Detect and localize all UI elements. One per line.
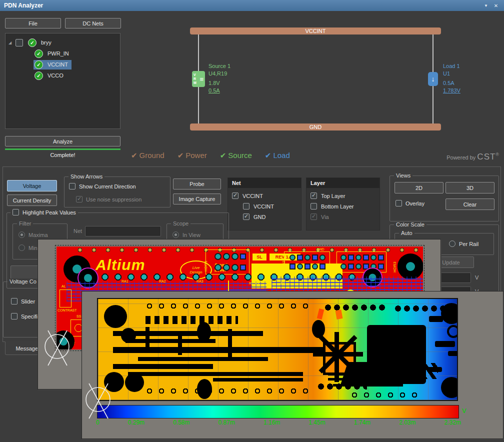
load-arrow-icon[interactable]: ↓ (428, 72, 438, 86)
scale-unit-label: V (462, 407, 466, 414)
tree-item-pwr_in[interactable]: ✓PWR_IN (6, 48, 120, 59)
ra1-label: RA1 (122, 280, 128, 284)
slider-row[interactable]: Slider (11, 298, 35, 304)
close-icon[interactable]: ✕ (491, 3, 501, 8)
tree-item-vccint[interactable]: ✓VCCINT (6, 59, 120, 70)
trace (333, 384, 403, 386)
overlay-checkbox[interactable] (396, 200, 402, 206)
net-checkbox[interactable] (232, 192, 238, 199)
noise-suppression-row[interactable]: Use noise suppression (76, 196, 142, 202)
scale-tick: 1.45m (308, 419, 325, 426)
source-name[interactable]: Source 1 (208, 62, 230, 70)
specific-row[interactable]: Specifi (11, 313, 38, 320)
net-item-vccint[interactable]: VCCINT (228, 201, 301, 212)
check-circle-icon: ✓ (34, 60, 43, 69)
highlight-peak-row[interactable]: Highlight Peak Values (10, 209, 78, 216)
layer-item-top-layer[interactable]: Top Layer (306, 190, 380, 201)
title-bar[interactable]: PDN Analyzer ▼ ✕ (0, 0, 504, 11)
current-density-mode-button[interactable]: Current Density (7, 194, 57, 206)
tree-item-vcco[interactable]: ✓VCCO (6, 70, 120, 81)
load-voltage[interactable]: 1.783V (443, 87, 460, 94)
layer-list-panel: Layer Top LayerBottom LayerVia (306, 178, 380, 230)
noise-suppression-checkbox[interactable] (76, 196, 82, 202)
ra2-label: RA2 (159, 280, 166, 284)
clear-button[interactable]: Clear (446, 198, 494, 210)
highlight-peak-checkbox[interactable] (12, 209, 19, 216)
slider-checkbox[interactable] (11, 298, 18, 304)
root-checkbox[interactable] (16, 39, 23, 46)
expand-arrow-icon[interactable]: ◢ (8, 40, 14, 45)
per-rail-radio[interactable] (449, 240, 456, 247)
tree-row-root[interactable]: ◢ ✓ bryy (6, 37, 120, 48)
show-current-direction-checkbox[interactable] (69, 183, 76, 190)
highlight-net-field[interactable] (85, 226, 161, 236)
net-item-gnd[interactable]: GND (228, 212, 301, 222)
image-capture-button[interactable]: Image Capture (173, 194, 221, 204)
al-label: AL (62, 284, 66, 288)
source-designators[interactable]: U4,R19 (208, 70, 230, 78)
component (427, 367, 442, 372)
vrm-source-icon[interactable]: V R M ≡ (192, 71, 205, 87)
voltage-heatmap-image[interactable] (97, 298, 458, 401)
file-button[interactable]: File (5, 18, 61, 28)
maxima-row[interactable]: Maxima (18, 232, 48, 238)
gnd-label: GND (316, 248, 324, 252)
filter-title: Filter (17, 220, 33, 226)
pdn-analyzer-window: PDN Analyzer ▼ ✕ File DC Nets ◢ ✓ bryy ✓… (0, 0, 504, 442)
tree-root-label[interactable]: bryy (38, 38, 54, 46)
net-tree[interactable]: ◢ ✓ bryy ✓PWR_IN✓VCCINT✓VCCO (5, 33, 120, 129)
window-menu-icon[interactable]: ▼ (481, 4, 491, 8)
component (448, 351, 458, 356)
layer-checkbox[interactable] (310, 192, 317, 199)
load-name[interactable]: Load 1 (443, 62, 460, 70)
legend-label: Load (273, 151, 290, 160)
view-2d-button[interactable]: 2D (394, 182, 444, 194)
in-view-radio[interactable] (172, 232, 179, 238)
legend-source: ✔Source (220, 151, 252, 160)
voltage-mode-button[interactable]: Voltage (7, 180, 57, 192)
per-rail-row[interactable]: Per Rail (449, 240, 478, 247)
highlight-peak-label: Highlight Peak Values (22, 210, 76, 216)
layer-item-bottom-layer[interactable]: Bottom Layer (306, 201, 380, 212)
powered-by-text: Powered by (446, 154, 476, 160)
voltage-heatmap-window[interactable]: V 00.29m0.58m0.87m1.16m1.45m1.74m2.03m2.… (82, 291, 504, 439)
maxima-radio[interactable] (18, 232, 25, 238)
top-rail[interactable]: VCCINT (190, 28, 441, 34)
scale-tick: 2.03m (399, 419, 416, 426)
color-scale-title: Color Scale (394, 222, 426, 228)
noise-suppression-label: Use noise suppression (86, 196, 142, 202)
layer-checkbox[interactable] (310, 214, 317, 220)
altium-logo: Altium (96, 256, 145, 274)
legend-power: ✔Power (178, 151, 207, 160)
specific-checkbox[interactable] (11, 313, 18, 320)
source-current[interactable]: 0.5A (208, 87, 230, 94)
specific-label: Specifi (21, 314, 38, 320)
in-view-row[interactable]: In View (172, 232, 200, 238)
layer-item-via[interactable]: Via (306, 212, 380, 222)
dc-nets-button[interactable]: DC Nets (65, 18, 121, 28)
net-list-panel: Net VCCINTVCCINTGND (228, 178, 302, 230)
layer-list-header: Layer (306, 178, 380, 188)
show-current-direction-row[interactable]: Show Current Direction (69, 183, 136, 190)
minima-radio[interactable] (18, 244, 25, 251)
overlay-row[interactable]: Overlay (396, 200, 424, 206)
net-checkbox[interactable] (243, 214, 250, 220)
net-item-vccint[interactable]: VCCINT (228, 190, 301, 201)
analyze-button[interactable]: Analyze (5, 136, 120, 146)
load-current[interactable]: 0.5A (443, 80, 460, 87)
net-list-header: Net (228, 178, 301, 188)
probe-button[interactable]: Probe (173, 178, 221, 190)
layer-label: Bottom Layer (321, 204, 354, 210)
net-label: VCCINT (242, 193, 263, 199)
cst-logo: CST (477, 152, 496, 162)
net-checkbox[interactable] (243, 203, 250, 210)
trace (328, 378, 413, 380)
bottom-rail[interactable]: GND (190, 124, 441, 130)
layer-checkbox[interactable] (310, 203, 317, 210)
source-voltage[interactable]: 1.8V (208, 80, 230, 87)
view-3d-button[interactable]: 3D (446, 182, 494, 194)
checkmark-icon: ✔ (220, 151, 226, 160)
load-designators[interactable]: U1 (443, 70, 460, 78)
scale-tick: 0.87m (218, 419, 235, 426)
slider-label: Slider (21, 298, 35, 304)
